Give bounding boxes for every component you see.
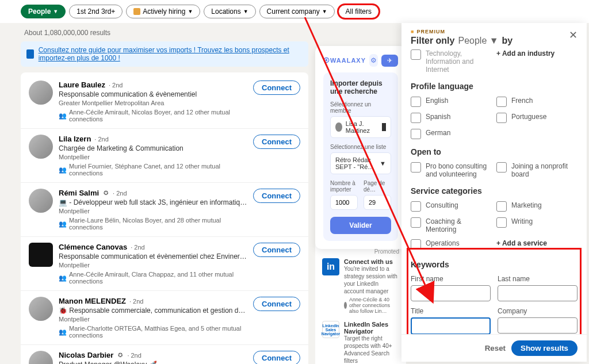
person-location: Montpellier <box>59 262 247 269</box>
person-name[interactable]: Laure Baulez <box>59 81 105 89</box>
filter-locations[interactable]: Locations ▼ <box>204 5 255 18</box>
mutual-icon: 👥 <box>59 166 67 174</box>
person-row[interactable]: Laure Baulez· 2nd Responsable communicat… <box>21 75 308 129</box>
filter-all-filters[interactable]: All filters <box>338 5 379 18</box>
mutual-icon: 👥 <box>59 274 67 282</box>
section-open-to: Open to <box>411 147 577 156</box>
person-row[interactable]: Nicolas Darbier✪· 2nd Product Manager @W… <box>21 345 308 364</box>
person-name[interactable]: Rémi Salmi <box>59 189 99 197</box>
person-headline: 💻 - Développeur web full stack JS, ingén… <box>59 198 247 206</box>
wx-page-input[interactable] <box>364 195 391 210</box>
connect-button[interactable]: Connect <box>253 135 300 149</box>
wx-list-select[interactable]: Rétro Rédac SEPT - "Ré… ▼ <box>330 152 391 174</box>
connection-degree: · 2nd <box>127 352 141 359</box>
promo-item[interactable]: in Connect with us You're invited to a s… <box>322 258 399 314</box>
add-service-link[interactable]: Add a service <box>496 239 577 250</box>
svc-coaching-checkbox[interactable]: Coaching & Mentoring <box>411 217 492 233</box>
filter-connections[interactable]: 1st 2nd 3rd+ <box>69 5 123 18</box>
industry-checkbox[interactable]: Technology, Information and Internet <box>411 49 492 74</box>
title-input[interactable] <box>411 317 491 334</box>
filter-actively-hiring[interactable]: Actively hiring ▼ <box>126 5 200 18</box>
drawer-people-select[interactable]: People ▼ <box>458 36 498 46</box>
reset-button[interactable]: Reset <box>485 340 506 356</box>
import-guide-link[interactable]: Consultez notre guide pour maximiser vos… <box>39 46 303 62</box>
wx-title: Importer depuis une recherche <box>330 79 391 95</box>
verified-icon: ✪ <box>102 190 109 197</box>
close-icon[interactable]: ✕ <box>569 29 577 41</box>
avatar[interactable] <box>29 135 53 159</box>
person-headline: Product Manager @Waalaxy 🚀 <box>59 361 247 364</box>
mutual-connections: Marie-Charlotte ORTEGA, Matthias Egea, a… <box>69 325 247 339</box>
verified-icon: ✪ <box>117 352 124 359</box>
sales-navigator-logo-icon: LinkedInSales Navigator <box>322 321 339 338</box>
filter-current-company[interactable]: Current company ▼ <box>259 5 335 18</box>
lang-french-checkbox[interactable]: French <box>496 97 577 107</box>
lang-spanish-checkbox[interactable]: Spanish <box>411 113 492 123</box>
promo-title: LinkedIn Sales Navigator <box>344 321 399 335</box>
drawer-by: by <box>502 36 513 46</box>
lang-german-checkbox[interactable]: German <box>411 129 492 139</box>
promo-desc: Target the right prospects with 40+ Adva… <box>344 335 399 364</box>
chevron-down-icon: ▼ <box>380 160 386 167</box>
wx-member-select[interactable]: Lisa J. Martinez <box>330 116 391 138</box>
drawer-title: Filter only <box>411 36 454 46</box>
person-headline: Responsable communication & évènementiel <box>59 90 247 98</box>
hiring-badge-icon <box>133 8 140 15</box>
mutual-icon: 👥 <box>59 328 67 336</box>
show-results-button[interactable]: Show results <box>511 340 577 356</box>
avatar[interactable] <box>29 243 53 267</box>
gear-icon[interactable]: ⚙ <box>369 54 378 67</box>
section-service-categories: Service categories <box>411 186 577 196</box>
avatar-icon <box>344 302 347 309</box>
open-probono-checkbox[interactable]: Pro bono consulting and volunteering <box>411 162 492 178</box>
mutual-icon: 👥 <box>59 112 67 120</box>
person-row[interactable]: Clémence Canovas· 2nd Responsable commun… <box>21 237 308 291</box>
filter-bar: People ▼ 1st 2nd 3rd+ Actively hiring ▼ … <box>0 0 589 23</box>
lang-portuguese-checkbox[interactable]: Portuguese <box>496 113 577 123</box>
open-nonprofit-checkbox[interactable]: Joining a nonprofit board <box>496 162 577 178</box>
linkedin-flag-icon <box>382 123 386 131</box>
mutual-connections: Marie-Laure Bélin, Nicolas Boyer, and 28… <box>69 217 247 231</box>
svc-operations-checkbox[interactable]: Operations <box>411 239 492 250</box>
first-name-input[interactable] <box>411 285 491 301</box>
svc-marketing-checkbox[interactable]: Marketing <box>496 201 577 212</box>
wx-count-label: Nombre à importer <box>330 180 358 193</box>
avatar[interactable] <box>29 81 53 105</box>
wx-validate-button[interactable]: Valider <box>330 217 391 234</box>
person-row[interactable]: Rémi Salmi✪· 2nd 💻 - Développeur web ful… <box>21 183 308 237</box>
person-name[interactable]: Clémence Canovas <box>59 243 127 251</box>
waalaxy-primary-button[interactable]: ✈ <box>381 55 398 67</box>
person-name[interactable]: Lila Izern <box>59 135 91 143</box>
filter-people[interactable]: People ▼ <box>21 5 66 18</box>
promoted-panel: Promoted in Connect with us You're invit… <box>315 242 406 364</box>
person-row[interactable]: Manon MELENDEZ· 2nd 🐞 Responsable commer… <box>21 291 308 345</box>
promo-desc: You're invited to a strategy session wit… <box>344 265 399 295</box>
svc-consulting-checkbox[interactable]: Consulting <box>411 201 492 212</box>
connect-button[interactable]: Connect <box>253 189 300 203</box>
company-input[interactable] <box>498 317 577 334</box>
connection-degree: · 2nd <box>113 190 127 197</box>
promoted-header: Promoted <box>322 248 399 255</box>
mutual-connections: Anne-Cécile Amirault, Clara Chappaz, and… <box>69 271 247 285</box>
connect-button[interactable]: Connect <box>253 81 300 95</box>
person-row[interactable]: Lila Izern· 2nd Chargée de Marketing & C… <box>21 129 308 183</box>
person-headline: Responsable communication et évènementie… <box>59 252 247 260</box>
mutual-connections: Muriel Fournier, Stéphane Canet, and 12 … <box>69 163 247 177</box>
connect-button[interactable]: Connect <box>253 243 300 257</box>
waalaxy-logo: ⦿WAALAXY <box>323 57 366 64</box>
person-name[interactable]: Nicolas Darbier <box>59 351 113 359</box>
avatar[interactable] <box>29 297 53 321</box>
lang-english-checkbox[interactable]: English <box>411 97 492 107</box>
connect-button[interactable]: Connect <box>253 351 300 364</box>
last-name-input[interactable] <box>498 285 577 301</box>
svc-writing-checkbox[interactable]: Writing <box>496 217 577 233</box>
avatar[interactable] <box>29 351 53 364</box>
wx-count-input[interactable] <box>330 195 358 210</box>
person-name[interactable]: Manon MELENDEZ <box>59 297 126 305</box>
promo-item[interactable]: LinkedInSales Navigator LinkedIn Sales N… <box>322 321 399 364</box>
promo-title: Connect with us <box>344 258 399 265</box>
avatar[interactable] <box>29 189 53 213</box>
connect-button[interactable]: Connect <box>253 297 300 311</box>
mutual-icon: 👥 <box>59 220 67 228</box>
add-industry-link[interactable]: Add an industry <box>496 49 577 74</box>
